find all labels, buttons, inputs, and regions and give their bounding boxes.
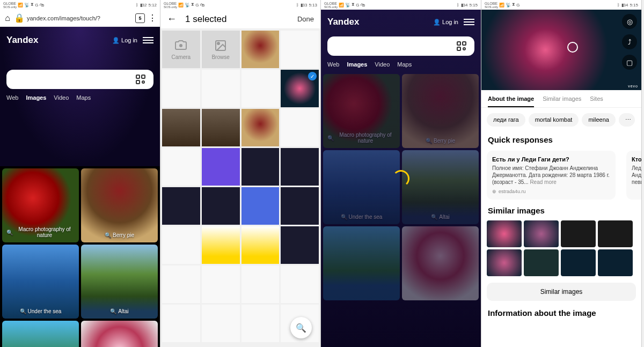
chip-more[interactable]: ⋯ — [619, 113, 635, 127]
chip[interactable]: mileena — [582, 113, 616, 127]
home-icon[interactable]: ⌂ — [3, 14, 12, 23]
similar-thumb[interactable] — [561, 220, 596, 247]
preview-image[interactable]: ◎ ⤴ ▢ vevo — [481, 10, 641, 90]
picker-thumb[interactable] — [241, 187, 280, 225]
yandex-logo[interactable]: Yandex — [6, 35, 39, 46]
url-text[interactable]: yandex.com/images/touch/? — [27, 15, 132, 21]
picker-thumb[interactable] — [241, 148, 280, 186]
similar-thumb[interactable] — [598, 220, 633, 247]
picker-thumb[interactable] — [202, 70, 240, 107]
picker-thumb[interactable] — [162, 148, 200, 186]
picker-thumb[interactable] — [162, 265, 200, 303]
similar-images-button[interactable]: Similar images — [487, 283, 636, 301]
picker-thumb[interactable] — [202, 265, 240, 303]
similar-thumb[interactable] — [487, 249, 522, 276]
clock: 5:12 — [148, 3, 157, 8]
search-input[interactable] — [327, 36, 474, 56]
chip[interactable]: mortal kombat — [529, 113, 579, 127]
picker-thumb[interactable] — [241, 226, 280, 264]
tile-label: 🔍 Berry pie — [105, 232, 134, 238]
tab-sites[interactable]: Sites — [590, 95, 603, 107]
picker-thumb[interactable] — [162, 187, 200, 225]
crop-handle[interactable] — [567, 42, 578, 53]
tile-label: 🔍 Altai — [110, 308, 128, 314]
chip[interactable]: леди гага — [487, 113, 525, 127]
tile-macro: 🔍 Macro photography of nature — [323, 74, 400, 148]
zoom-fab[interactable]: 🔍 — [290, 317, 312, 338]
yandex-logo[interactable]: Yandex — [327, 17, 360, 27]
clock: 5:13 — [309, 3, 317, 8]
tab-video[interactable]: Video — [375, 61, 390, 68]
tile-altai[interactable]: 🔍 Altai — [81, 245, 158, 319]
picker-thumb[interactable] — [281, 265, 319, 303]
picker-thumb[interactable] — [241, 305, 280, 342]
svg-rect-0 — [136, 75, 140, 78]
picker-thumb[interactable] — [202, 305, 240, 342]
picker-thumb[interactable] — [281, 226, 319, 264]
picker-thumb[interactable] — [281, 187, 319, 225]
picker-thumb[interactable] — [162, 305, 200, 342]
done-button[interactable]: Done — [297, 15, 314, 23]
similar-thumb[interactable] — [487, 220, 522, 247]
info-title: Information about the image — [481, 305, 641, 321]
tile-island[interactable] — [2, 321, 79, 347]
tile-macro[interactable]: 🔍 Macro photography of nature — [2, 168, 79, 242]
picker-thumb[interactable] — [241, 31, 280, 68]
tab-video[interactable]: Video — [54, 94, 69, 101]
tile-jar[interactable] — [81, 321, 158, 347]
picker-thumb[interactable] — [202, 226, 240, 264]
picker-thumb[interactable] — [162, 109, 200, 146]
lens-icon[interactable]: ◎ — [622, 14, 637, 29]
back-button[interactable]: ← — [167, 13, 177, 25]
loading-spinner — [392, 170, 409, 187]
bag-icon: 🛍 — [361, 3, 365, 8]
picker-thumb[interactable] — [162, 70, 200, 107]
similar-thumb[interactable] — [561, 249, 596, 276]
tile-pie[interactable]: 🔍 Berry pie — [81, 168, 158, 242]
picker-thumb-selected[interactable]: ✓ — [281, 70, 319, 107]
picker-thumb[interactable] — [202, 187, 240, 225]
tab-count[interactable]: 5 — [135, 13, 145, 23]
camera-search-icon[interactable] — [455, 40, 468, 53]
more-icon[interactable]: ⋮ — [148, 14, 157, 23]
picker-thumb[interactable] — [281, 109, 319, 146]
svg-rect-7 — [463, 42, 466, 45]
tile-sea[interactable]: 🔍 Under the sea — [2, 245, 79, 319]
login-button[interactable]: 👤 Log in — [112, 37, 137, 44]
picker-thumb[interactable] — [202, 109, 240, 146]
login-button[interactable]: 👤 Log in — [433, 19, 458, 26]
hamburger-icon[interactable] — [143, 37, 153, 43]
g-icon: G — [35, 3, 38, 8]
hamburger-icon[interactable] — [464, 19, 474, 25]
tab-web[interactable]: Web — [6, 94, 18, 101]
tab-web[interactable]: Web — [327, 61, 339, 68]
svg-rect-8 — [457, 47, 460, 50]
quick-response-card-partial[interactable]: Кто Леди Андж певи — [626, 151, 641, 200]
picker-thumb[interactable] — [281, 148, 319, 186]
read-more-link[interactable]: Read more — [530, 179, 556, 185]
picker-thumb[interactable] — [241, 70, 280, 107]
quick-response-card[interactable]: Есть ли у Леди Гаги дети? Полное имя: Ст… — [487, 151, 616, 200]
tab-images[interactable]: Images — [347, 61, 367, 68]
picker-thumb[interactable] — [241, 265, 280, 303]
camera-search-icon[interactable] — [134, 73, 147, 86]
share-icon[interactable]: ⤴ — [622, 34, 637, 49]
browse-option[interactable]: Browse — [202, 31, 240, 68]
tab-about[interactable]: About the image — [488, 95, 534, 107]
search-input[interactable] — [6, 70, 153, 89]
tab-similar[interactable]: Similar images — [543, 95, 581, 107]
picker-thumb[interactable] — [202, 148, 240, 186]
bag-icon: 🛍 — [200, 3, 204, 8]
camera-option[interactable]: Camera — [162, 31, 200, 68]
picker-thumb[interactable] — [281, 31, 319, 68]
similar-thumb[interactable] — [524, 220, 559, 247]
similar-thumb[interactable] — [598, 249, 633, 276]
picker-thumb[interactable] — [241, 109, 280, 146]
crop-icon[interactable]: ▢ — [622, 55, 637, 70]
tab-images[interactable]: Images — [26, 94, 46, 101]
hourglass-icon: ⧗ — [31, 2, 34, 8]
tab-maps[interactable]: Maps — [397, 61, 412, 68]
similar-thumb[interactable] — [524, 249, 559, 276]
picker-thumb[interactable] — [162, 226, 200, 264]
tab-maps[interactable]: Maps — [76, 94, 91, 101]
